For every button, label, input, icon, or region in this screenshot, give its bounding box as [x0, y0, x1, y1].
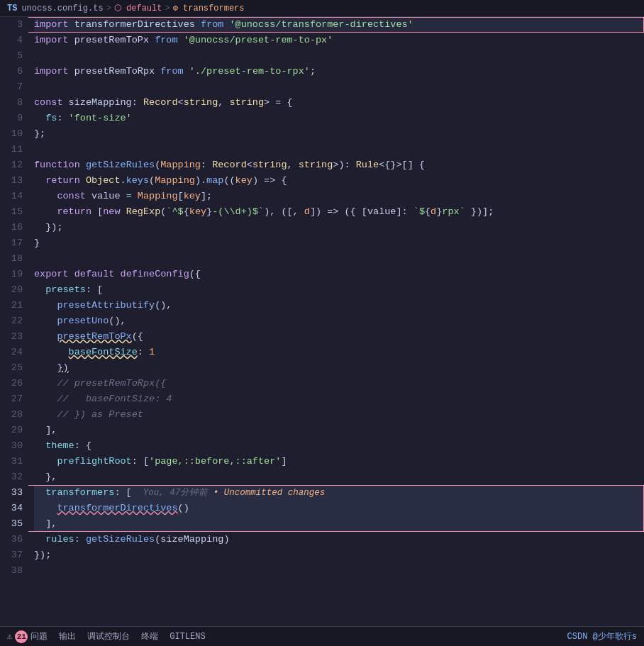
- token-keys-13: keys: [126, 173, 149, 189]
- token-define-19: defineConfig: [121, 267, 189, 282]
- token-rules-36: rules: [45, 532, 74, 547]
- token-theme-30: theme: [45, 438, 74, 454]
- token-colon6-30: : {: [74, 438, 91, 454]
- token-str-4: '@unocss/preset-rem-to-px': [184, 33, 333, 48]
- token-str4-12: string: [299, 157, 333, 173]
- token-comment-26: // presetRemToRpx({: [34, 376, 166, 391]
- line-num-10: 10: [7, 126, 23, 142]
- code-line-3: import transformerDirectives from '@unoc…: [34, 17, 644, 33]
- token-str-type-8: string: [184, 95, 218, 111]
- output-item[interactable]: 输出: [59, 630, 76, 642]
- line-num-25: 25: [7, 360, 23, 376]
- line-num-27: 27: [7, 391, 23, 407]
- terminal-label: 终端: [141, 630, 158, 642]
- token-close7-32: },: [45, 469, 57, 485]
- token-varname-3: transformerDirectives: [74, 17, 201, 33]
- token-from-3: from: [201, 17, 230, 33]
- code-line-12: function getSizeRules(Mapping: Record<st…: [34, 157, 644, 173]
- token-indent-14: [34, 189, 57, 204]
- token-bracket4-15: ]:: [396, 204, 413, 220]
- code-line-23: presetRemToPx({: [34, 329, 644, 345]
- token-type-8: Record: [143, 95, 178, 111]
- line-num-12: 12: [7, 157, 23, 173]
- watermark: CSDN @少年歌行s: [567, 630, 637, 642]
- token-arrow2-15: ]) => ({ [: [310, 204, 367, 220]
- code-line-15: return [new RegExp(`^${key}-(\\d+)$`), (…: [34, 204, 644, 220]
- token-comma-8: ,: [218, 95, 229, 111]
- token-num-24: 1: [149, 345, 155, 360]
- code-line-7: [34, 79, 644, 95]
- token-indent-15: [34, 204, 57, 220]
- problems-item[interactable]: ⚠ 21 问题: [7, 630, 48, 643]
- token-indent-36: [34, 532, 45, 547]
- token-map2-14: Mapping: [138, 189, 178, 204]
- line-num-11: 11: [7, 142, 23, 157]
- token-new-15: new: [103, 204, 126, 220]
- token-indent-33: [34, 485, 45, 501]
- breadcrumb-file[interactable]: unocss.config.ts: [21, 4, 103, 13]
- token-close10-37: });: [34, 547, 51, 563]
- token-colon5-24: :: [138, 345, 149, 360]
- token-brace3-15: {: [425, 204, 431, 220]
- breadcrumb-symbol2[interactable]: ⚙ transformers: [173, 3, 245, 13]
- token-gt-8: > = {: [264, 95, 293, 111]
- token-indent-21: [34, 298, 57, 313]
- line-numbers: 3 4 5 6 7 8 9 10 11 12 13 14 15 16 17 18…: [0, 17, 28, 579]
- line-num-19: 19: [7, 267, 23, 282]
- code-line-24: baseFontSize: 1: [34, 345, 644, 360]
- token-paren7-19: ({: [189, 267, 201, 282]
- token-colon2-9: :: [57, 111, 68, 126]
- token-close5-25: }): [57, 360, 68, 376]
- token-lt3-12: <{}>[] {: [379, 157, 425, 173]
- token-indent-23: [34, 329, 57, 345]
- token-key3-15: key: [189, 204, 206, 220]
- token-close6-29: ],: [45, 423, 57, 438]
- token-lt2-12: <: [247, 157, 252, 173]
- code-line-13: return Object.keys(Mapping).map((key) =>…: [34, 173, 644, 189]
- line-num-37: 37: [7, 547, 23, 563]
- token-indent-29: [34, 423, 45, 438]
- line-num-14: 14: [7, 189, 23, 204]
- token-templ4-15: rpx`: [442, 204, 465, 220]
- line-num-34: 34: [7, 501, 23, 516]
- editor-wrapper: 3 4 5 6 7 8 9 10 11 12 13 14 15 16 17 18…: [0, 17, 644, 626]
- code-line-31: preflightRoot: ['page,::before,::after']: [34, 454, 644, 469]
- problems-badge: 21: [15, 630, 28, 643]
- line-num-7: 7: [7, 79, 23, 95]
- line-num-20: 20: [7, 282, 23, 298]
- token-d2-15: d: [431, 204, 436, 220]
- token-transformerDir-34: transformerDirectives: [57, 501, 177, 516]
- token-obj-13: Object: [86, 173, 121, 189]
- token-indent-20: [34, 282, 45, 298]
- token-getsz-36: getSizeRules: [86, 532, 155, 547]
- token-arrow-13: ) => {: [252, 173, 287, 189]
- token-colon7-31: : [: [132, 454, 149, 469]
- terminal-item[interactable]: 终端: [141, 630, 158, 642]
- gitlens-item[interactable]: GITLENS: [170, 632, 205, 642]
- token-colon4-20: : [: [86, 282, 103, 298]
- line-num-5: 5: [7, 48, 23, 64]
- token-value-14: value: [91, 189, 126, 204]
- token-parens-22: (),: [109, 313, 126, 329]
- gitlens-label: GITLENS: [170, 632, 205, 642]
- token-colon8-33: : [: [114, 485, 131, 501]
- token-paren4-13: ((: [223, 173, 235, 189]
- line-num-33: 33: [7, 485, 23, 501]
- status-bar: ⚠ 21 问题 输出 调试控制台 终端 GITLENS CSDN @少年歌行s: [0, 626, 644, 646]
- code-area[interactable]: 3 4 5 6 7 8 9 10 11 12 13 14 15 16 17 18…: [0, 17, 644, 579]
- problems-label: 问题: [30, 630, 48, 642]
- token-paren9-36: (: [155, 532, 160, 547]
- ts-badge: TS: [7, 4, 17, 13]
- code-line-10: };: [34, 126, 644, 142]
- line-num-17: 17: [7, 235, 23, 251]
- token-bracket-14: [: [178, 189, 184, 204]
- token-presetUno-22: presetUno: [57, 313, 109, 329]
- token-indent-32: [34, 469, 45, 485]
- debug-item[interactable]: 调试控制台: [87, 630, 130, 642]
- breadcrumb-symbol1[interactable]: ⬡ default: [114, 3, 162, 13]
- token-templ2-15: -(\\d+)$`: [212, 204, 264, 220]
- token-brace-15: {: [184, 204, 189, 220]
- token-indent-30: [34, 438, 45, 454]
- token-rec-12: Record: [212, 157, 247, 173]
- token-transformers-33: transformers: [45, 485, 114, 501]
